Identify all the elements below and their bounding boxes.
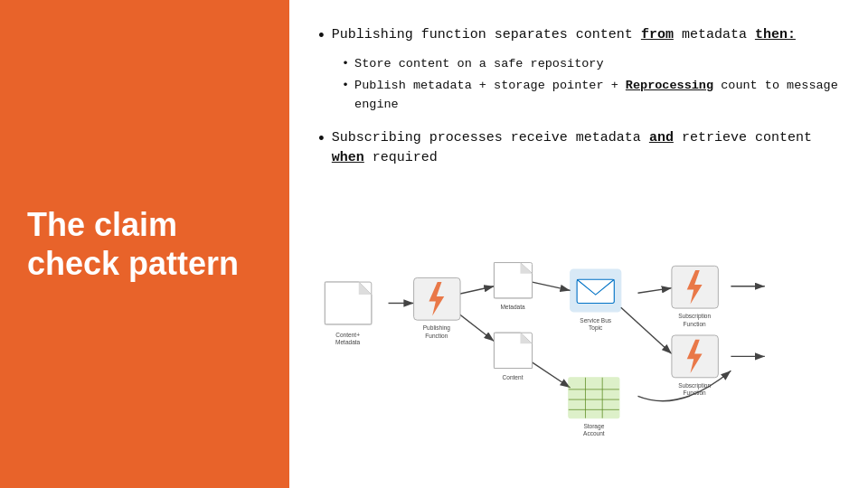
service-bus-node: Service Bus Topic: [571, 269, 621, 332]
svg-text:Account: Account: [583, 430, 605, 436]
svg-text:Storage: Storage: [583, 423, 604, 430]
svg-line-6: [621, 307, 672, 353]
svg-text:Publishing: Publishing: [423, 324, 451, 332]
svg-line-4: [533, 282, 571, 290]
svg-text:Service Bus: Service Bus: [580, 317, 612, 324]
svg-text:Function: Function: [684, 321, 706, 327]
bullet-section-2: • Subscribing processes receive metadata…: [316, 128, 841, 169]
diagram-svg: Content+ Metadata Publishing Function Me…: [316, 187, 841, 470]
sub-bullet-1-2: • Publish metadata + storage pointer + R…: [342, 77, 841, 114]
svg-text:Metadata: Metadata: [500, 304, 525, 310]
left-panel: The claim check pattern: [0, 0, 289, 488]
sub-bullet-dot-1: •: [342, 55, 349, 73]
diagram-container: Content+ Metadata Publishing Function Me…: [316, 187, 841, 470]
svg-text:Function: Function: [425, 333, 448, 339]
bullet-dot-1: •: [316, 25, 326, 48]
subscription-function-1-node: Subscription Function: [672, 266, 718, 326]
svg-rect-28: [577, 279, 614, 303]
svg-line-3: [456, 312, 494, 342]
main-bullet-2: • Subscribing processes receive metadata…: [316, 128, 841, 169]
publishing-function-node: Publishing Function: [414, 277, 460, 338]
svg-text:Content: Content: [503, 374, 524, 380]
svg-line-5: [637, 288, 671, 294]
svg-text:Subscription: Subscription: [678, 382, 711, 389]
svg-text:Content+: Content+: [335, 332, 360, 338]
main-bullet-1-text: Publishing function separates content fr…: [332, 25, 796, 48]
subscription-function-2-node: Subscription Function: [672, 335, 718, 396]
main-bullet-2-text: Subscribing processes receive metadata a…: [332, 128, 841, 169]
main-bullet-1: • Publishing function separates content …: [316, 25, 841, 48]
sub-bullet-1-1-text: Store content on a safe repository: [354, 55, 603, 73]
svg-marker-20: [494, 263, 532, 298]
sub-bullet-dot-2: •: [342, 77, 349, 114]
svg-text:Function: Function: [684, 389, 706, 396]
svg-text:Metadata: Metadata: [335, 339, 361, 345]
metadata-node: Metadata: [494, 263, 532, 310]
svg-line-2: [456, 286, 494, 295]
right-panel: • Publishing function separates content …: [289, 0, 868, 488]
content-node: Content: [494, 333, 532, 380]
svg-text:Topic: Topic: [589, 324, 603, 332]
svg-rect-39: [569, 378, 619, 418]
page-title: The claim check pattern: [27, 205, 262, 283]
sub-bullet-1-2-text: Publish metadata + storage pointer + Rep…: [354, 77, 841, 114]
svg-text:Subscription: Subscription: [678, 313, 711, 320]
svg-marker-24: [494, 333, 532, 368]
content-metadata-node: Content+ Metadata: [325, 282, 371, 345]
storage-account-node: Storage Account: [569, 378, 619, 437]
sub-bullets-1: • Store content on a safe repository • P…: [342, 55, 841, 114]
sub-bullet-1-1: • Store content on a safe repository: [342, 55, 841, 73]
bullet-dot-2: •: [316, 128, 326, 169]
bullet-section-1: • Publishing function separates content …: [316, 25, 841, 114]
